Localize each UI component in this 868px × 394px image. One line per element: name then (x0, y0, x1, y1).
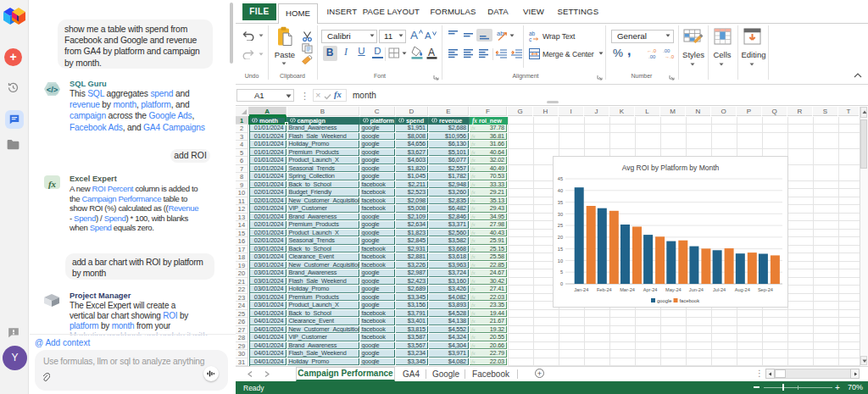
svg-text:</>: </> (47, 85, 58, 94)
svg-text:25: 25 (558, 223, 563, 228)
svg-text:30: 30 (558, 212, 563, 217)
svg-text:facebook: facebook (680, 298, 700, 303)
svg-text:Jan-24: Jan-24 (574, 287, 588, 292)
svg-text:→.0: →.0 (665, 54, 675, 59)
svg-text:.00: .00 (648, 54, 656, 59)
svg-text:35: 35 (558, 200, 563, 205)
svg-text:15: 15 (558, 247, 563, 252)
svg-text:Aug-24: Aug-24 (735, 287, 750, 292)
svg-text:Sep-24: Sep-24 (758, 287, 773, 292)
svg-text:Jun-24: Jun-24 (689, 287, 704, 292)
svg-text:Feb-24: Feb-24 (597, 287, 612, 292)
svg-text:Apr-24: Apr-24 (643, 287, 658, 292)
svg-text:May-24: May-24 (665, 287, 682, 292)
svg-text:45: 45 (558, 176, 563, 181)
svg-text:10: 10 (558, 258, 563, 264)
svg-text:google: google (657, 298, 671, 303)
svg-text:←.0: ←.0 (647, 48, 657, 53)
svg-text:40: 40 (558, 188, 563, 193)
svg-text:A: A (428, 47, 435, 58)
svg-text:20: 20 (558, 235, 563, 240)
svg-text:0: 0 (560, 281, 563, 286)
svg-text:.00: .00 (663, 48, 670, 53)
svg-text:Jul-24: Jul-24 (713, 287, 726, 292)
svg-text:c: c (529, 36, 532, 42)
svg-text:Mar-24: Mar-24 (620, 287, 635, 292)
svg-text:5: 5 (560, 269, 563, 275)
